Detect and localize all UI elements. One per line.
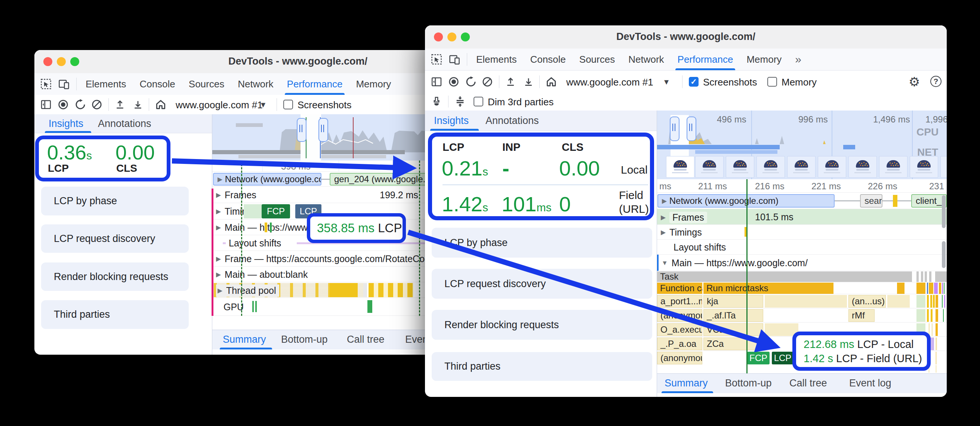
track-layout-shifts[interactable]: Layout shifts [657,240,947,255]
insight-render-blocking[interactable]: Render blocking requests [41,263,189,291]
insight-lcp-request-discovery[interactable]: LCP request discovery [41,224,189,253]
chevron-right-icon[interactable]: ▶ [218,287,223,295]
range-handle-left[interactable] [670,117,679,141]
home-icon[interactable] [155,98,167,111]
tab-bottom-up[interactable]: Bottom-up [281,334,328,345]
screenshot-thumbnail[interactable] [879,156,907,178]
tab-sources[interactable]: Sources [189,73,224,95]
screenshots-label[interactable]: Screenshots [703,76,757,88]
range-handle-right[interactable] [687,117,696,141]
tab-annotations[interactable]: Annotations [485,115,539,127]
track-frames[interactable]: ▶Frames 101.5 ms [657,209,947,225]
tab-insights[interactable]: Insights [49,118,83,130]
dropdown-icon[interactable]: ▾ [261,100,266,109]
fcp-badge[interactable]: FCP [262,204,290,219]
screenshot-thumbnail[interactable] [756,156,785,178]
screenshots-label[interactable]: Screenshots [298,99,352,111]
lcp-badge[interactable]: LCP [772,352,794,364]
chevron-right-icon[interactable]: ▶ [662,197,667,205]
tab-call-tree[interactable]: Call tree [789,377,827,389]
collapse-tracks-icon[interactable] [454,96,466,108]
tab-memory[interactable]: Memory [356,73,391,95]
screenshot-thumbnail[interactable] [726,156,754,178]
tab-call-tree[interactable]: Call tree [347,334,385,345]
range-handle-left[interactable] [297,118,307,142]
task-row[interactable]: Task [657,271,947,282]
screenshot-thumbnail[interactable] [787,156,816,178]
tab-network[interactable]: Network [238,73,273,95]
upload-icon[interactable] [505,76,516,87]
chevron-right-icon[interactable]: ▶ [216,191,221,199]
home-icon[interactable] [545,76,557,88]
screenshot-thumbnail[interactable] [848,156,877,178]
screenshot-thumbnail[interactable] [910,156,938,178]
tab-annotations[interactable]: Annotations [98,118,151,130]
tab-network[interactable]: Network [628,49,664,70]
screenshot-thumbnail[interactable] [666,156,694,178]
history-select[interactable]: www.google.com #1 [566,76,653,88]
chevron-right-icon[interactable]: ▶ [216,271,221,279]
track-main[interactable]: ▼Main — https://www.google.com/ [657,255,947,271]
inspect-icon[interactable] [40,78,52,90]
chevron-right-icon[interactable]: ▶ [216,207,221,215]
clear-icon[interactable] [482,76,493,87]
chevron-right-icon[interactable]: ▶ [218,176,223,183]
tab-console[interactable]: Console [530,49,565,70]
track-network[interactable]: ▶ Network (www.google.com) sear client_ [657,193,947,209]
track-timings[interactable]: ▶Timings [657,225,947,240]
network-request-chip[interactable]: ▶ Network (www.google.com) [657,194,835,207]
tab-bottom-up[interactable]: Bottom-up [725,377,772,389]
chevron-right-icon[interactable]: ▶ [216,255,221,263]
tab-memory[interactable]: Memory [746,49,781,70]
chevron-right-icon[interactable]: ▶ [661,214,666,222]
titlebar[interactable]: DevTools - www.google.com/ [425,25,947,49]
dropdown-icon[interactable]: ▾ [664,77,669,86]
scrollbar-thumb[interactable] [942,195,946,228]
insight-render-blocking[interactable]: Render blocking requests [432,310,652,340]
tab-sources[interactable]: Sources [579,49,615,70]
capture-settings-gear-icon[interactable]: ⚙ [908,75,920,88]
screenshots-checkbox[interactable] [283,100,293,109]
flame-row-1[interactable]: Function call Run microtasks [657,282,947,294]
screenshots-checkbox[interactable]: ✓ [689,77,698,87]
device-toolbar-icon[interactable] [58,78,70,90]
device-toolbar-icon[interactable] [449,54,460,65]
download-icon[interactable] [132,99,143,110]
search-request-chip[interactable]: sear [860,194,883,207]
tab-summary[interactable]: Summary [223,334,266,345]
tab-elements[interactable]: Elements [86,73,126,95]
tab-performance[interactable]: Performance [678,49,733,70]
screenshot-thumbnail[interactable] [818,156,846,178]
dock-panel-icon[interactable] [431,76,442,87]
screenshot-thumbnail[interactable] [940,156,947,178]
gc-brush-icon[interactable] [431,96,442,107]
fcp-badge[interactable]: FCP [747,352,770,364]
download-icon[interactable] [523,76,534,87]
reload-icon[interactable] [75,99,86,110]
dim-3rd-parties-label[interactable]: Dim 3rd parties [488,96,554,108]
record-icon[interactable] [448,76,459,87]
tab-elements[interactable]: Elements [476,49,517,70]
range-handle-right[interactable] [318,118,328,142]
client-request-chip[interactable]: client_ [911,194,947,207]
chevron-down-icon[interactable]: ▼ [662,260,668,267]
tab-summary[interactable]: Summary [665,377,708,389]
scrollbar-thumb[interactable] [942,241,946,268]
tab-event-log[interactable]: Event log [849,377,891,389]
history-select[interactable]: www.google.com #1 [176,99,263,111]
dim-3rd-parties-checkbox[interactable] [474,97,483,106]
tab-performance[interactable]: Performance [287,73,343,95]
flame-row-2[interactable]: a_port1...message kja (an...us) [657,294,947,309]
insight-lcp-request-discovery[interactable]: LCP request discovery [432,269,652,299]
clear-icon[interactable] [91,99,102,110]
screenshot-thumbnail[interactable] [695,156,724,178]
chevron-right-icon[interactable]: ▶ [216,224,221,231]
record-icon[interactable] [57,99,69,110]
flame-row-3[interactable]: (anonymous) _.af.lTa rMf [657,309,947,323]
upload-icon[interactable] [115,99,126,110]
network-request-chip[interactable]: ▶ Network (www.google.com [213,173,321,185]
chevron-right-icon[interactable]: ▶ [661,228,666,236]
dock-panel-icon[interactable] [40,99,52,110]
help-icon[interactable]: ? [930,76,942,87]
insight-lcp-by-phase[interactable]: LCP by phase [432,228,652,258]
